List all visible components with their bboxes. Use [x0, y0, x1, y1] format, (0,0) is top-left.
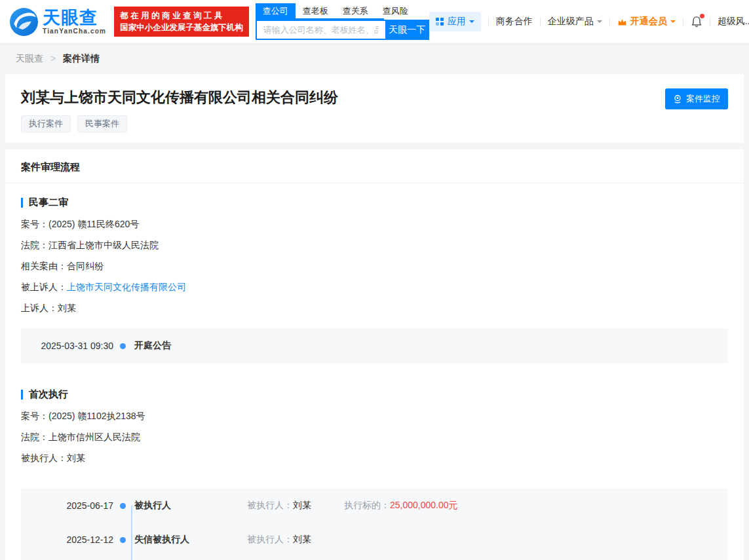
apps-grid-icon: [436, 18, 444, 26]
tag-execution-case: 执行案件: [21, 115, 71, 132]
slogan-line-2: 国家中小企业发展子基金旗下机构: [120, 22, 243, 33]
slogan-line-1: 都 在 用 的 商 业 查 询 工 具: [120, 10, 243, 22]
chevron-down-icon: [469, 20, 474, 26]
stage-name: 民事二审: [29, 196, 68, 209]
monitor-button-label: 案件监控: [686, 93, 720, 105]
tianyancha-logo[interactable]: 天眼查 TianYanCha.com: [9, 7, 106, 37]
chevron-down-icon: [597, 20, 602, 26]
brand-slogan-badge: 都 在 用 的 商 业 查 询 工 具 国家中小企业发展子基金旗下机构: [114, 7, 249, 37]
timeline-row[interactable]: 2025-12-12 失信被执行人 被执行人：刘某: [21, 523, 728, 557]
notification-bell-icon[interactable]: [691, 16, 702, 28]
field-appellant: 上诉人：刘某: [21, 302, 728, 314]
case-tags: 执行案件 民事案件: [21, 115, 728, 132]
field-court: 法院：江西省上饶市中级人民法院: [21, 239, 728, 251]
tag-civil-case: 民事案件: [77, 115, 127, 132]
tianyancha-logo-icon: [9, 7, 39, 37]
search-tab-company[interactable]: 查公司: [256, 3, 296, 18]
nav-business-label: 商务合作: [496, 16, 533, 28]
timeline-execution: 2025-06-17 被执行人 被执行人：刘某 执行标的：25,000,000.…: [21, 489, 728, 560]
field-case-number: 案号：(2025) 赣1102执2138号: [21, 410, 728, 422]
nav-enterprise-label: 企业级产品: [548, 16, 594, 28]
timeline-dot-icon: [120, 537, 126, 543]
search-button[interactable]: 天眼一下: [385, 20, 429, 40]
stage-first-execution: 首次执行 案号：(2025) 赣1102执2138号 法院：上饶市信州区人民法院…: [5, 388, 744, 560]
section-title-flow: 案件审理流程: [5, 149, 744, 183]
nav-divider: [609, 17, 610, 26]
timeline-connector-line: [131, 506, 132, 560]
case-flow-card: 案件审理流程 民事二审 案号：(2025) 赣11民终620号 法院：江西省上饶…: [5, 149, 744, 560]
chevron-down-icon: [670, 20, 676, 26]
case-monitor-button[interactable]: 案件监控: [665, 88, 728, 109]
nav-divider: [710, 17, 710, 26]
nav-business-cooperation[interactable]: 商务合作: [496, 16, 533, 28]
timeline-row[interactable]: - 终本案件 被执行人：刘某 未履行金额：25,066,400.00元: [21, 557, 728, 560]
nav-divider: [488, 17, 489, 26]
stage-accent-bar: [21, 198, 23, 208]
stage-accent-bar: [21, 390, 23, 400]
nav-super-label: 超级风...: [718, 16, 749, 28]
timeline-date: 2025-06-17: [21, 500, 113, 511]
nav-divider: [540, 17, 541, 26]
crown-icon: [617, 18, 627, 26]
stage-name: 首次执行: [29, 388, 68, 401]
timeline-event: 开庭公告: [134, 340, 247, 352]
search-tabs: 查公司 查老板 查关系 查风险: [256, 3, 384, 20]
search-tab-boss[interactable]: 查老板: [296, 3, 336, 18]
header-nav: 应用 商务合作 企业级产品 开通会员: [429, 12, 749, 31]
timeline-date: 2025-12-12: [21, 534, 113, 545]
field-cause: 相关案由：合同纠纷: [21, 260, 728, 272]
timeline-date: 2025-03-31 09:30: [21, 341, 113, 351]
field-executee: 被执行人：刘某: [21, 452, 728, 464]
breadcrumb: 天眼查 > 案件详情: [0, 43, 749, 74]
nav-open-vip[interactable]: 开通会员: [617, 16, 676, 28]
search-area: 查公司 查老板 查关系 查风险 天眼一下: [256, 3, 429, 40]
stage-civil-second-instance: 民事二审 案号：(2025) 赣11民终620号 法院：江西省上饶市中级人民法院…: [5, 196, 744, 364]
breadcrumb-home[interactable]: 天眼查: [16, 53, 43, 64]
search-tab-risk[interactable]: 查风险: [375, 3, 415, 18]
breadcrumb-separator: >: [50, 53, 56, 64]
breadcrumb-current: 案件详情: [63, 53, 100, 64]
case-header-card: 刘某与上饶市天同文化传播有限公司相关合同纠纷 执行案件 民事案件 案件监控: [5, 74, 744, 143]
timeline-row[interactable]: 2025-06-17 被执行人 被执行人：刘某 执行标的：25,000,000.…: [21, 489, 728, 523]
notification-badge: [700, 14, 704, 18]
field-appellee: 被上诉人：上饶市天同文化传播有限公司: [21, 281, 728, 293]
logo-title: 天眼查: [43, 9, 106, 27]
top-header: 天眼查 TianYanCha.com 都 在 用 的 商 业 查 询 工 具 国…: [0, 0, 749, 43]
search-tab-relation[interactable]: 查关系: [336, 3, 375, 18]
company-link[interactable]: 上饶市天同文化传播有限公司: [67, 282, 186, 292]
search-input[interactable]: [256, 20, 385, 40]
page-title: 刘某与上饶市天同文化传播有限公司相关合同纠纷: [21, 88, 728, 107]
nav-apps[interactable]: 应用: [429, 12, 481, 31]
timeline-civil: 2025-03-31 09:30 开庭公告: [21, 328, 728, 364]
logo-subtitle: TianYanCha.com: [43, 28, 106, 35]
nav-enterprise-products[interactable]: 企业级产品: [548, 16, 602, 28]
timeline-event: 失信被执行人: [134, 534, 247, 546]
field-case-number: 案号：(2025) 赣11民终620号: [21, 218, 728, 230]
timeline-dot-icon: [120, 503, 126, 509]
timeline-row[interactable]: 2025-03-31 09:30 开庭公告: [21, 328, 728, 364]
timeline-dot-icon: [120, 343, 126, 349]
nav-apps-label: 应用: [448, 16, 466, 28]
field-court: 法院：上饶市信州区人民法院: [21, 431, 728, 443]
timeline-event: 被执行人: [134, 500, 247, 512]
timeline-amount: 执行标的：25,000,000.00元: [344, 500, 458, 512]
monitor-camera-icon: [673, 94, 682, 103]
nav-super-risk[interactable]: 超级风...: [718, 16, 749, 28]
nav-divider: [683, 17, 683, 26]
timeline-person: 被执行人：刘某: [247, 534, 344, 546]
nav-vip-label: 开通会员: [630, 16, 667, 28]
timeline-person: 被执行人：刘某: [247, 500, 344, 512]
